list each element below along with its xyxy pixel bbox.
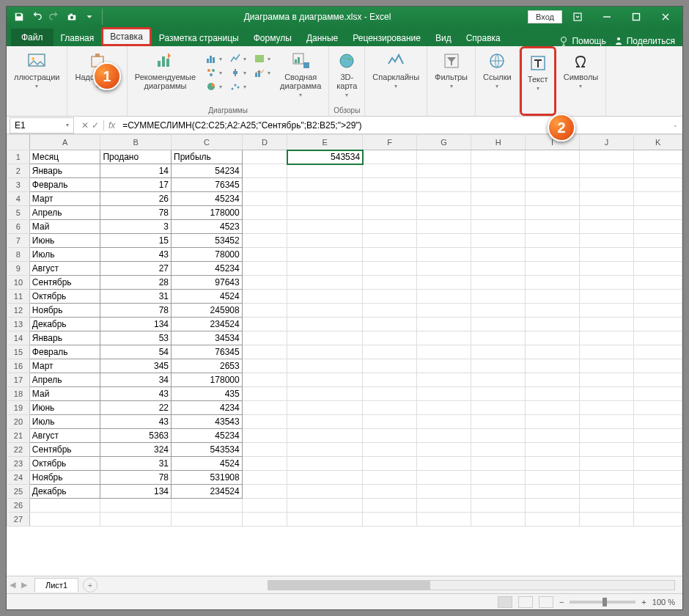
cell-J6[interactable]: [580, 220, 634, 234]
row-header-13[interactable]: 13: [7, 318, 30, 331]
cell-D20[interactable]: [242, 415, 287, 429]
cell-B2[interactable]: 14: [100, 164, 172, 178]
cell-J8[interactable]: [580, 248, 634, 262]
cell-F14[interactable]: [363, 331, 417, 345]
cell-B1[interactable]: Продано: [100, 150, 172, 164]
cell-K27[interactable]: [634, 513, 682, 527]
cell-I27[interactable]: [526, 513, 580, 527]
cell-I9[interactable]: [526, 262, 580, 276]
cell-I10[interactable]: [526, 276, 580, 290]
cell-A12[interactable]: Ноябрь: [29, 304, 100, 318]
cell-B6[interactable]: 3: [100, 220, 172, 234]
cell-F4[interactable]: [363, 192, 417, 206]
tab-review[interactable]: Рецензирование: [345, 30, 428, 46]
cell-H12[interactable]: [471, 304, 526, 318]
col-header-K[interactable]: K: [634, 135, 682, 150]
cell-E11[interactable]: [287, 290, 363, 304]
cell-F8[interactable]: [363, 248, 417, 262]
row-header-18[interactable]: 18: [7, 387, 30, 401]
cell-D23[interactable]: [242, 457, 287, 471]
cell-K3[interactable]: [634, 178, 682, 192]
camera-icon[interactable]: [64, 9, 80, 25]
tab-page-layout[interactable]: Разметка страницы: [152, 30, 246, 46]
cell-G22[interactable]: [417, 443, 471, 457]
sheet-nav-prev-icon[interactable]: ◀: [7, 580, 18, 590]
tab-view[interactable]: Вид: [428, 30, 459, 46]
cell-H13[interactable]: [471, 318, 526, 331]
undo-icon[interactable]: [29, 9, 45, 25]
cell-D9[interactable]: [242, 262, 287, 276]
cell-A16[interactable]: Март: [29, 359, 100, 373]
cell-B7[interactable]: 15: [100, 234, 172, 248]
zoom-in-icon[interactable]: +: [641, 598, 646, 606]
cell-H26[interactable]: [471, 499, 526, 513]
redo-icon[interactable]: [46, 9, 62, 25]
cell-A22[interactable]: Сентябрь: [29, 443, 100, 457]
cell-G26[interactable]: [417, 499, 471, 513]
row-header-10[interactable]: 10: [7, 276, 30, 290]
cell-G21[interactable]: [417, 429, 471, 443]
cell-H25[interactable]: [471, 485, 526, 499]
horizontal-scrollbar[interactable]: [268, 580, 675, 590]
cell-J4[interactable]: [580, 192, 634, 206]
cell-K17[interactable]: [634, 373, 682, 387]
row-header-24[interactable]: 24: [7, 471, 30, 485]
cell-I20[interactable]: [526, 415, 580, 429]
cell-J9[interactable]: [580, 262, 634, 276]
select-all-corner[interactable]: [7, 135, 30, 150]
tab-file[interactable]: Файл: [11, 29, 54, 46]
cell-I6[interactable]: [526, 220, 580, 234]
row-header-9[interactable]: 9: [7, 262, 30, 276]
cell-F9[interactable]: [363, 262, 417, 276]
cell-B27[interactable]: [100, 513, 172, 527]
cell-I19[interactable]: [526, 401, 580, 415]
cell-D26[interactable]: [242, 499, 287, 513]
zoom-slider[interactable]: [570, 601, 635, 604]
cell-J10[interactable]: [580, 276, 634, 290]
pivot-chart-button[interactable]: Сводная диаграмма▾: [277, 49, 324, 100]
cell-A7[interactable]: Июнь: [29, 234, 100, 248]
sheet-nav-next-icon[interactable]: ▶: [18, 580, 30, 590]
cell-G12[interactable]: [417, 304, 471, 318]
save-icon[interactable]: [11, 9, 27, 25]
sparklines-button[interactable]: Спарклайны▾: [369, 49, 422, 91]
cell-K20[interactable]: [634, 415, 682, 429]
sheet-tab-1[interactable]: Лист1: [34, 578, 78, 592]
cell-J16[interactable]: [580, 359, 634, 373]
cell-K26[interactable]: [634, 499, 682, 513]
cell-E10[interactable]: [287, 276, 363, 290]
cell-H16[interactable]: [471, 359, 526, 373]
cell-E1[interactable]: 543534: [287, 150, 363, 164]
cell-J17[interactable]: [580, 373, 634, 387]
close-icon[interactable]: [652, 8, 679, 26]
formula-expand-icon[interactable]: ⌄: [668, 122, 682, 128]
cell-K1[interactable]: [634, 150, 682, 164]
row-header-19[interactable]: 19: [7, 401, 30, 415]
cell-G10[interactable]: [417, 276, 471, 290]
zoom-out-icon[interactable]: −: [559, 598, 564, 606]
cell-D6[interactable]: [242, 220, 287, 234]
cell-I3[interactable]: [526, 178, 580, 192]
row-header-7[interactable]: 7: [7, 234, 30, 248]
ribbon-options-icon[interactable]: [564, 8, 592, 26]
cell-I22[interactable]: [526, 443, 580, 457]
cell-F25[interactable]: [363, 485, 417, 499]
cell-F3[interactable]: [363, 178, 417, 192]
cell-C1[interactable]: Прибыль: [172, 150, 243, 164]
cell-G11[interactable]: [417, 290, 471, 304]
cell-E4[interactable]: [287, 192, 363, 206]
cell-I11[interactable]: [526, 290, 580, 304]
cell-E3[interactable]: [287, 178, 363, 192]
cell-F6[interactable]: [363, 220, 417, 234]
cell-C10[interactable]: 97643: [172, 276, 243, 290]
cell-F22[interactable]: [363, 443, 417, 457]
tab-help[interactable]: Справка: [459, 30, 508, 46]
cell-J11[interactable]: [580, 290, 634, 304]
cell-E24[interactable]: [287, 471, 363, 485]
cell-C23[interactable]: 4524: [172, 457, 243, 471]
cell-J20[interactable]: [580, 415, 634, 429]
col-header-F[interactable]: F: [363, 135, 417, 150]
cell-E25[interactable]: [287, 485, 363, 499]
cell-K6[interactable]: [634, 220, 682, 234]
cell-H14[interactable]: [471, 331, 526, 345]
